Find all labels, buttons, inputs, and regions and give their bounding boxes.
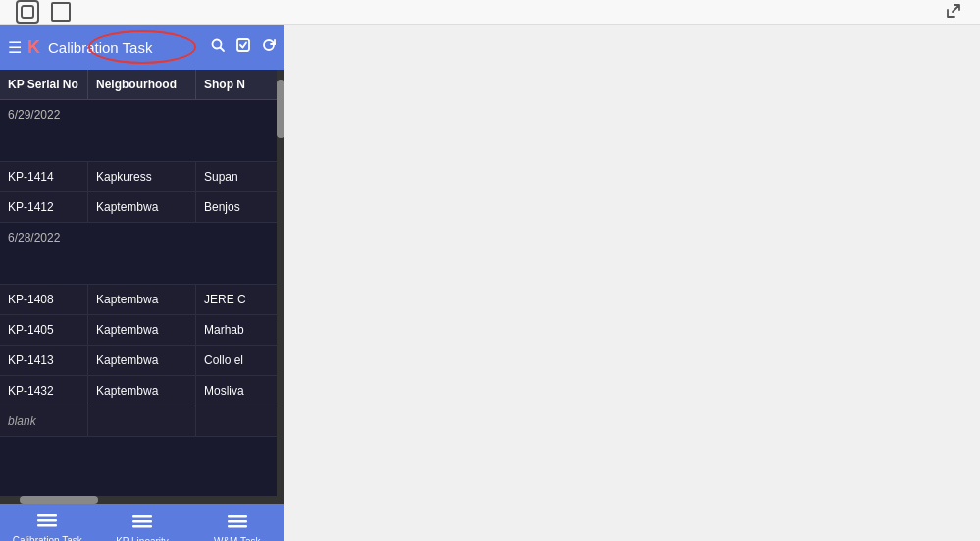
search-icon[interactable] [210, 37, 226, 57]
table-row[interactable]: KP-1412 Kaptembwa Benjos [0, 192, 284, 223]
wm-task-icon [228, 515, 247, 534]
svg-rect-5 [37, 519, 57, 522]
shop-cell: Mosliva [196, 376, 284, 406]
serial-cell: KP-1405 [0, 315, 88, 345]
shop-cell: Benjos [196, 192, 284, 222]
nav-label-wm-task: W&M Task [214, 536, 261, 541]
main-content: ☰ K Calibration Task [0, 25, 980, 541]
app-title: Calibration Task [48, 39, 152, 56]
nav-item-wm-task[interactable]: W&M Task [189, 504, 284, 541]
refresh-icon[interactable] [261, 37, 277, 57]
svg-rect-3 [237, 39, 249, 51]
table-row[interactable]: KP-1405 Kaptembwa Marhab [0, 315, 284, 346]
col-serial: KP Serial No [0, 70, 88, 99]
checkmark-icon[interactable] [235, 37, 251, 57]
svg-rect-8 [132, 520, 152, 523]
empty-area [0, 437, 284, 496]
shop-cell: Supan [196, 162, 284, 191]
table-row: blank [0, 406, 284, 437]
neighbourhood-cell: Kaptembwa [88, 346, 196, 375]
table-row[interactable]: KP-1432 Kaptembwa Mosliva [0, 376, 284, 406]
table-row: 6/29/2022 [0, 100, 284, 162]
table-row[interactable]: KP-1408 Kaptembwa JERE C [0, 285, 284, 315]
horizontal-scrollbar[interactable] [0, 496, 284, 504]
blank-cell: blank [0, 406, 88, 436]
neighbourhood-cell: Kapkuress [88, 162, 196, 191]
kp-linearity-icon [132, 515, 152, 534]
vertical-scrollbar[interactable] [277, 70, 284, 496]
neighbourhood-cell: Kaptembwa [88, 285, 196, 314]
svg-rect-0 [22, 6, 33, 18]
table-row[interactable]: KP-1413 Kaptembwa Collo el [0, 346, 284, 376]
svg-rect-7 [132, 515, 152, 518]
serial-cell: KP-1412 [0, 192, 88, 222]
nav-item-calibration[interactable]: Calibration Task [0, 504, 95, 541]
neighbourhood-cell: Kaptembwa [88, 192, 196, 222]
hamburger-menu-icon[interactable]: ☰ [8, 38, 22, 57]
nav-item-linearity[interactable]: KP Linearity [95, 504, 190, 541]
data-table: KP Serial No Neigbourhood Shop N 6/29/20… [0, 70, 284, 504]
bottom-nav: Calibration Task KP Linearity [0, 504, 284, 541]
external-link-icon[interactable] [945, 2, 964, 22]
neighbourhood-cell: Kaptembwa [88, 315, 196, 345]
table-body[interactable]: 6/29/2022 KP-1414 Kapkuress Supan KP-141… [0, 100, 284, 496]
col-shop: Shop N [196, 70, 284, 99]
header-icons [210, 37, 277, 57]
tablet-icon[interactable] [16, 0, 39, 24]
svg-rect-9 [132, 525, 152, 528]
date-cell: 6/28/2022 [0, 223, 284, 252]
serial-cell: KP-1414 [0, 162, 88, 191]
table-row[interactable]: KP-1414 Kapkuress Supan [0, 162, 284, 192]
app-panel: ☰ K Calibration Task [0, 25, 284, 541]
calibration-task-icon [37, 514, 57, 533]
svg-rect-4 [37, 514, 57, 517]
window-icon[interactable] [51, 2, 71, 22]
svg-rect-12 [228, 525, 247, 528]
browser-chrome [0, 0, 980, 25]
right-empty-area [284, 25, 980, 541]
date-cell: 6/29/2022 [0, 100, 284, 130]
svg-rect-6 [37, 524, 57, 527]
svg-rect-11 [228, 520, 247, 523]
shop-cell: Collo el [196, 346, 284, 375]
serial-cell: KP-1432 [0, 376, 88, 406]
table-row: 6/28/2022 [0, 223, 284, 285]
table-header: KP Serial No Neigbourhood Shop N [0, 70, 284, 100]
col-neighbourhood: Neigbourhood [88, 70, 196, 99]
scrollbar-thumb[interactable] [20, 496, 98, 504]
neighbourhood-cell: Kaptembwa [88, 376, 196, 406]
nav-label-linearity: KP Linearity [116, 536, 169, 541]
serial-cell: KP-1413 [0, 346, 88, 375]
vertical-scrollbar-thumb[interactable] [277, 80, 284, 138]
svg-line-2 [221, 48, 225, 52]
shop-cell: Marhab [196, 315, 284, 345]
app-logo: K [27, 37, 40, 58]
app-header: ☰ K Calibration Task [0, 25, 284, 70]
nav-label-calibration: Calibration Task [13, 535, 82, 542]
shop-cell: JERE C [196, 285, 284, 314]
svg-rect-10 [228, 515, 247, 518]
serial-cell: KP-1408 [0, 285, 88, 314]
